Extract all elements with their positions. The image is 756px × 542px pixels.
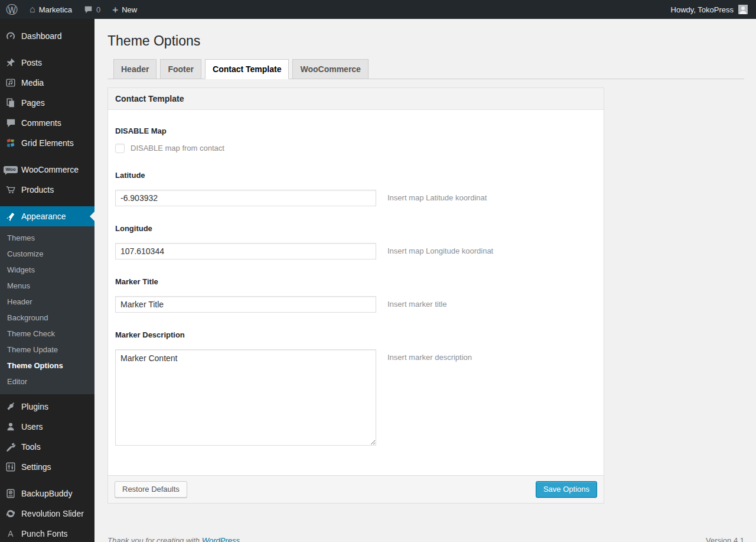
latitude-input[interactable] — [115, 190, 376, 206]
plugin-icon — [5, 401, 17, 413]
longitude-hint: Insert map Longitude koordinat — [387, 243, 493, 255]
submenu-item-widgets[interactable]: Widgets — [0, 262, 94, 278]
submenu-item-theme-options[interactable]: Theme Options — [0, 358, 94, 374]
marker-title-input[interactable] — [115, 296, 376, 313]
woocommerce-icon: Woo — [5, 164, 17, 176]
wordpress-logo-menu[interactable]: Ⓦ — [0, 0, 24, 19]
marker-title-field: Marker Title Insert marker title — [115, 277, 597, 313]
sidebar-item-pages[interactable]: Pages — [0, 93, 94, 113]
sidebar-item-label: Punch Fonts — [21, 529, 68, 538]
marker-description-label: Marker Description — [115, 330, 597, 339]
settings-sliders-icon — [5, 461, 17, 473]
submenu-item-theme-check[interactable]: Theme Check — [0, 326, 94, 342]
sidebar-item-products[interactable]: Products — [0, 180, 94, 200]
submenu-item-theme-update[interactable]: Theme Update — [0, 342, 94, 358]
longitude-input[interactable] — [115, 243, 376, 259]
sidebar-item-punch-fonts[interactable]: A Punch Fonts — [0, 524, 94, 542]
sidebar-item-settings[interactable]: Settings — [0, 457, 94, 477]
wordpress-logo-icon: Ⓦ — [6, 4, 18, 15]
cycle-arrows-icon — [5, 508, 17, 520]
disable-map-checkbox[interactable] — [115, 144, 125, 153]
comment-count: 0 — [96, 5, 100, 14]
sidebar-item-label: Posts — [21, 58, 42, 67]
home-icon: ⌂ — [30, 5, 35, 14]
theme-options-tab-bar: Header Footer Contact Template WooCommer… — [107, 59, 744, 79]
site-name-label: Marketica — [39, 5, 72, 14]
sidebar-item-label: Media — [21, 78, 44, 87]
sidebar-item-label: Tools — [21, 442, 41, 452]
panel-footer: Restore Defaults Save Options — [108, 475, 604, 503]
wrench-icon — [5, 441, 17, 453]
sidebar-item-label: Settings — [21, 462, 51, 472]
tab-woocommerce[interactable]: WooCommerce — [292, 59, 368, 79]
sidebar-item-plugins[interactable]: Plugins — [0, 397, 94, 417]
sidebar-item-label: Revolution Slider — [21, 509, 84, 518]
sidebar-item-media[interactable]: Media — [0, 73, 94, 93]
page-footer: Thank you for creating with WordPress. V… — [107, 536, 744, 542]
howdy-label: Howdy, TokoPress — [671, 5, 734, 14]
version-label: Version 4.1 — [706, 536, 744, 542]
marker-description-field: Marker Description Marker Content Insert… — [115, 330, 597, 446]
sidebar-item-label: BackupBuddy — [21, 489, 72, 498]
panel-body: DISABLE Map DISABLE map from contact Lat… — [108, 110, 604, 475]
admin-sidebar: Dashboard Posts Media Pages Comments Gri… — [0, 19, 94, 542]
submenu-item-menus[interactable]: Menus — [0, 278, 94, 294]
sidebar-item-label: Plugins — [21, 402, 48, 411]
submenu-item-customize[interactable]: Customize — [0, 246, 94, 262]
submenu-item-background[interactable]: Background — [0, 310, 94, 326]
sidebar-item-users[interactable]: Users — [0, 417, 94, 437]
save-options-button[interactable]: Save Options — [536, 481, 597, 498]
wordpress-link[interactable]: WordPress — [202, 536, 240, 542]
sidebar-item-backupbuddy[interactable]: BackupBuddy — [0, 483, 94, 504]
pushpin-icon — [5, 57, 17, 69]
disable-map-checkbox-label[interactable]: DISABLE map from contact — [131, 144, 224, 152]
user-avatar — [738, 5, 748, 14]
cart-icon — [5, 184, 17, 196]
sidebar-item-tools[interactable]: Tools — [0, 437, 94, 457]
disable-map-label: DISABLE Map — [115, 126, 597, 135]
sidebar-item-posts[interactable]: Posts — [0, 53, 94, 73]
appearance-brush-icon — [5, 210, 17, 222]
page-title: Theme Options — [107, 33, 744, 50]
site-name-link[interactable]: ⌂ Marketica — [24, 0, 78, 19]
new-content-menu[interactable]: + New — [106, 0, 143, 19]
grid-elements-icon — [5, 137, 17, 149]
sidebar-item-label: Appearance — [21, 212, 66, 221]
contact-template-panel: Contact Template DISABLE Map DISABLE map… — [107, 87, 604, 504]
restore-defaults-button[interactable]: Restore Defaults — [115, 481, 187, 498]
submenu-item-header[interactable]: Header — [0, 294, 94, 310]
submenu-item-themes[interactable]: Themes — [0, 230, 94, 246]
marker-title-hint: Insert marker title — [387, 296, 447, 309]
sidebar-item-label: Grid Elements — [21, 138, 74, 148]
sidebar-item-grid-elements[interactable]: Grid Elements — [0, 133, 94, 153]
comment-bubble-icon — [84, 6, 93, 14]
my-account-menu[interactable]: Howdy, TokoPress — [671, 0, 756, 19]
media-icon — [5, 77, 17, 89]
plus-icon: + — [112, 5, 118, 15]
letter-a-icon: A — [5, 528, 17, 540]
sidebar-item-dashboard[interactable]: Dashboard — [0, 26, 94, 46]
panel-title: Contact Template — [108, 88, 604, 110]
submenu-item-editor[interactable]: Editor — [0, 374, 94, 390]
comments-icon — [5, 117, 17, 129]
tab-header[interactable]: Header — [113, 59, 157, 79]
sidebar-item-label: Pages — [21, 98, 45, 108]
sidebar-item-label: WooCommerce — [21, 165, 79, 174]
dashboard-icon — [5, 30, 17, 42]
user-icon — [5, 421, 17, 433]
longitude-field: Longitude Insert map Longitude koordinat — [115, 224, 597, 259]
admin-bar: Ⓦ ⌂ Marketica 0 + New Howdy, TokoPress — [0, 0, 756, 19]
longitude-label: Longitude — [115, 224, 597, 233]
latitude-field: Latitude Insert map Latitude koordinat — [115, 171, 597, 206]
comments-admin-bar-link[interactable]: 0 — [78, 0, 106, 19]
sidebar-item-revolution-slider[interactable]: Revolution Slider — [0, 504, 94, 524]
marker-description-hint: Insert marker description — [387, 349, 472, 362]
tab-footer[interactable]: Footer — [160, 59, 201, 79]
tab-contact-template[interactable]: Contact Template — [205, 59, 289, 79]
sidebar-item-woocommerce[interactable]: Woo WooCommerce — [0, 160, 94, 180]
sidebar-item-comments[interactable]: Comments — [0, 113, 94, 133]
marker-description-textarea[interactable]: Marker Content — [115, 349, 376, 446]
sidebar-item-label: Products — [21, 185, 54, 194]
marker-title-label: Marker Title — [115, 277, 597, 286]
sidebar-item-appearance[interactable]: Appearance — [0, 206, 94, 226]
